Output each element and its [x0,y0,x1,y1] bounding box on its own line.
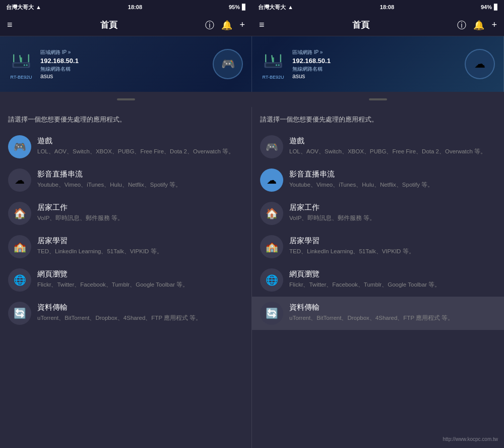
nav-left: ≡ 首頁 ⓘ 🔔 + [0,14,252,36]
svg-rect-14 [280,54,281,62]
menu-item-title-home_work: 居家工作 [289,203,496,212]
divider-left [0,92,252,107]
router-ip-row-left: 區域網路 IP » [40,49,213,56]
time-left: 18:08 [128,4,142,10]
svg-point-10 [278,64,280,66]
drag-handle-left [117,98,135,100]
router-ip-value-left: 192.168.50.1 [40,57,213,65]
menu-item-text-gaming: 遊戲LOL、AOV、Switch、XBOX、PUBG、Free Fire、Dot… [289,135,496,155]
menu-item-icon-home_learning: 🏫 [260,235,283,258]
status-bar-left: 台灣大哥大 ▲ 18:08 95% ▊ [0,0,252,14]
menu-item-title-web_browsing: 網頁瀏覽 [289,269,496,279]
menu-item-home_work[interactable]: 🏠居家工作VoIP、即時訊息、郵件服務 等。 [252,197,504,230]
plus-icon-left[interactable]: + [239,20,245,30]
nav-icons-left: ⓘ 🔔 + [205,19,245,31]
router-ip-row-right: 區域網路 IP » [292,49,465,56]
menu-item-icon-gaming: 🎮 [8,135,31,158]
router-wifi-label-left: 無線網路名稱 [40,66,213,73]
menu-item-text-data_transfer: 資料傳輸uTorrent、BitTorrent、Dropbox、4Shared、… [37,302,243,322]
menu-item-text-gaming: 遊戲LOL、AOV、Switch、XBOX、PUBG、Free Fire、Dot… [37,135,243,155]
menu-item-icon-home_learning: 🏫 [8,235,31,258]
router-icon-area-left: RT-BE92U [6,48,36,80]
bell-icon-left[interactable]: 🔔 [221,20,232,31]
menu-icon-left[interactable]: ≡ [7,20,13,30]
menu-item-desc-data_transfer: uTorrent、BitTorrent、Dropbox、4Shared、FTP … [289,314,496,322]
menu-item-icon-data_transfer: 🔄 [260,302,283,325]
cloud-play-icon: ☁ [474,58,485,71]
carrier-left: 台灣大哥大 ▲ [6,4,41,11]
menu-item-desc-gaming: LOL、AOV、Switch、XBOX、PUBG、Free Fire、Dota … [37,147,243,155]
menu-item-streaming[interactable]: ☁影音直播串流Youtube、Vimeo、iTunes、Hulu、Netflix… [0,163,251,197]
menu-item-title-home_learning: 居家學習 [289,236,496,246]
menu-item-icon-data_transfer: 🔄 [8,302,31,325]
plus-icon-right[interactable]: + [491,20,497,30]
router-action-btn-right[interactable]: ☁ [465,49,495,79]
menu-item-title-data_transfer: 資料傳輸 [37,303,243,312]
router-image-right [261,48,286,74]
menu-item-gaming[interactable]: 🎮遊戲LOL、AOV、Switch、XBOX、PUBG、Free Fire、Do… [0,130,251,163]
menu-item-text-home_work: 居家工作VoIP、即時訊息、郵件服務 等。 [289,202,496,222]
time-right: 18:08 [380,4,394,10]
menu-item-title-web_browsing: 網頁瀏覽 [37,269,243,279]
menu-item-desc-streaming: Youtube、Vimeo、iTunes、Hulu、Netflix、Spotif… [37,181,243,189]
carrier-right: 台灣大哥大 ▲ [258,4,293,11]
router-svg-right [261,51,285,71]
menu-item-text-web_browsing: 網頁瀏覽Flickr、Twitter、Facebook、Tumblr、Googl… [289,268,496,289]
nav-title-left: 首頁 [100,19,117,31]
nav-bar: ≡ 首頁 ⓘ 🔔 + ≡ 首頁 ⓘ 🔔 + [0,14,504,36]
menu-item-text-home_learning: 居家學習TED、LinkedIn Learning、51Talk、VIPKID … [37,235,243,255]
menu-item-icon-web_browsing: 🌐 [8,268,31,292]
info-icon-left[interactable]: ⓘ [205,19,214,31]
menu-item-web_browsing[interactable]: 🌐網頁瀏覽Flickr、Twitter、Facebook、Tumblr、Goog… [252,263,504,297]
menu-item-desc-gaming: LOL、AOV、Switch、XBOX、PUBG、Free Fire、Dota … [289,147,496,155]
menu-item-gaming[interactable]: 🎮遊戲LOL、AOV、Switch、XBOX、PUBG、Free Fire、Do… [252,130,504,163]
bell-icon-right[interactable]: 🔔 [473,20,484,31]
info-icon-right[interactable]: ⓘ [457,19,466,31]
menu-item-home_work[interactable]: 🏠居家工作VoIP、即時訊息、郵件服務 等。 [0,197,251,230]
menu-item-home_learning[interactable]: 🏫居家學習TED、LinkedIn Learning、51Talk、VIPKID… [252,230,504,263]
menu-item-streaming[interactable]: ☁影音直播串流Youtube、Vimeo、iTunes、Hulu、Netflix… [252,163,504,197]
menu-item-home_learning[interactable]: 🏫居家學習TED、LinkedIn Learning、51Talk、VIPKID… [0,230,251,263]
router-action-btn-left[interactable]: 🎮 [213,49,243,79]
router-wifi-label-right: 無線網路名稱 [292,66,465,73]
router-ip-label-right: 區域網路 IP » [292,49,323,56]
battery-right: 94% ▊ [481,4,498,11]
gamepad-icon: 🎮 [221,58,235,71]
menu-icon-right[interactable]: ≡ [259,20,265,30]
battery-icon-left: ▊ [242,4,246,11]
menu-item-title-gaming: 遊戲 [289,136,496,146]
wifi-icon-left: ▲ [36,4,41,10]
menu-list-left: 🎮遊戲LOL、AOV、Switch、XBOX、PUBG、Free Fire、Do… [0,130,251,330]
router-section: RT-BE92U 區域網路 IP » 192.168.50.1 無線網路名稱 a… [0,36,504,92]
carrier-name-right: 台灣大哥大 [258,4,286,11]
menu-item-title-streaming: 影音直播串流 [37,170,243,179]
router-card-left: RT-BE92U 區域網路 IP » 192.168.50.1 無線網路名稱 a… [0,36,252,92]
menu-list-right: 🎮遊戲LOL、AOV、Switch、XBOX、PUBG、Free Fire、Do… [252,130,504,330]
router-model-left: RT-BE92U [11,75,32,80]
menu-item-desc-data_transfer: uTorrent、BitTorrent、Dropbox、4Shared、FTP … [37,314,243,322]
menu-item-icon-web_browsing: 🌐 [260,268,283,292]
main-content: 請選擇一個您想要優先處理的應用程式。 🎮遊戲LOL、AOV、Switch、XBO… [0,107,504,448]
menu-item-data_transfer[interactable]: 🔄資料傳輸uTorrent、BitTorrent、Dropbox、4Shared… [252,297,504,330]
status-bar-right: 台灣大哥大 ▲ 18:08 94% ▊ [252,0,504,14]
panel-right: 請選擇一個您想要優先處理的應用程式。 🎮遊戲LOL、AOV、Switch、XBO… [252,107,504,448]
divider-right [252,92,504,107]
menu-item-title-data_transfer: 資料傳輸 [289,303,496,312]
menu-item-desc-home_learning: TED、LinkedIn Learning、51Talk、VIPKID 等。 [289,247,496,255]
nav-title-right: 首頁 [352,19,369,31]
menu-item-text-streaming: 影音直播串流Youtube、Vimeo、iTunes、Hulu、Netflix、… [289,169,496,189]
menu-item-web_browsing[interactable]: 🌐網頁瀏覽Flickr、Twitter、Facebook、Tumblr、Goog… [0,263,251,297]
router-ip-label-left: 區域網路 IP » [40,49,71,56]
divider-area [0,92,504,107]
battery-pct-left: 95% [229,4,240,10]
menu-item-text-data_transfer: 資料傳輸uTorrent、BitTorrent、Dropbox、4Shared、… [289,302,496,322]
menu-item-text-web_browsing: 網頁瀏覽Flickr、Twitter、Facebook、Tumblr、Googl… [37,268,243,289]
router-ip-value-right: 192.168.50.1 [292,57,465,65]
menu-item-data_transfer[interactable]: 🔄資料傳輸uTorrent、BitTorrent、Dropbox、4Shared… [0,297,251,330]
panel-left-instruction: 請選擇一個您想要優先處理的應用程式。 [0,107,251,130]
router-wifi-name-right: asus [292,73,465,80]
wifi-icon-right: ▲ [288,4,293,10]
router-wifi-name-left: asus [40,73,213,80]
router-info-right: 區域網路 IP » 192.168.50.1 無線網路名稱 asus [288,49,465,80]
menu-item-icon-gaming: 🎮 [260,135,283,158]
